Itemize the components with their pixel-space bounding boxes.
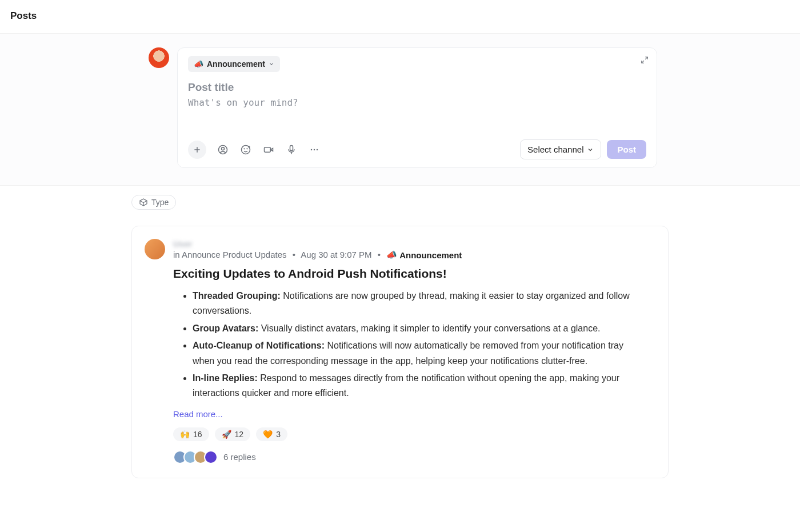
chevron-down-icon <box>269 61 274 67</box>
svg-point-3 <box>222 147 225 150</box>
replies-count: 6 replies <box>223 452 256 462</box>
replies-row[interactable]: 6 replies <box>173 450 642 464</box>
post-meta: in Announce Product Updates • Aug 30 at … <box>173 250 642 260</box>
select-channel-dropdown[interactable]: Select channel <box>520 139 601 159</box>
post-type-label: Announcement <box>207 59 265 69</box>
reply-avatars <box>173 450 218 464</box>
post-button[interactable]: Post <box>607 140 646 159</box>
page-header: Posts <box>0 0 800 34</box>
reactions-row: 🙌16🚀12🧡3 <box>173 427 642 441</box>
svg-point-13 <box>311 149 313 150</box>
select-channel-label: Select channel <box>527 145 583 154</box>
post-bullet: Threaded Grouping: Notifications are now… <box>193 289 642 319</box>
post-bullet: Group Avatars: Visually distinct avatars… <box>193 321 642 336</box>
type-filter-label: Type <box>151 198 169 207</box>
megaphone-icon: 📣 <box>386 250 397 260</box>
svg-point-15 <box>317 149 318 150</box>
svg-point-14 <box>314 149 315 150</box>
svg-rect-11 <box>290 145 293 150</box>
post-author-name: User <box>173 239 642 249</box>
post-card: User in Announce Product Updates • Aug 3… <box>131 226 669 478</box>
reply-avatar <box>204 450 218 464</box>
video-icon[interactable] <box>262 143 275 156</box>
post-bullet: In-line Replies: Respond to messages dir… <box>193 371 642 401</box>
reaction-pill[interactable]: 🙌16 <box>173 427 209 441</box>
post-content: Threaded Grouping: Notifications are now… <box>173 289 642 401</box>
expand-icon[interactable] <box>641 56 649 64</box>
page-title: Posts <box>10 10 37 21</box>
reaction-pill[interactable]: 🚀12 <box>215 427 251 441</box>
post-channel-link[interactable]: Announce Product Updates <box>182 250 286 259</box>
composer-section: 📣 Announcement <box>0 34 800 186</box>
current-user-avatar <box>149 47 169 68</box>
post-type-chip[interactable]: 📣 Announcement <box>188 56 280 72</box>
read-more-link[interactable]: Read more... <box>173 409 223 419</box>
svg-point-6 <box>247 148 247 149</box>
type-filter-chip[interactable]: Type <box>131 195 176 210</box>
add-attachment-button[interactable] <box>188 141 206 159</box>
svg-rect-9 <box>265 147 271 151</box>
post-author-avatar <box>145 239 165 259</box>
reaction-pill[interactable]: 🧡3 <box>256 427 287 441</box>
post-bullet: Auto-Cleanup of Notifications: Notificat… <box>193 338 642 369</box>
filter-bar: Type <box>131 195 669 210</box>
more-icon[interactable] <box>308 143 321 156</box>
post-feed: User in Announce Product Updates • Aug 3… <box>131 226 669 478</box>
box-icon <box>139 198 148 207</box>
post-body-input[interactable] <box>188 97 646 127</box>
post-title: Exciting Updates to Android Push Notific… <box>173 267 642 281</box>
microphone-icon[interactable] <box>285 143 298 156</box>
svg-point-5 <box>244 148 245 149</box>
post-composer: 📣 Announcement <box>177 47 657 168</box>
post-tag: 📣 Announcement <box>386 250 462 260</box>
chevron-down-icon <box>587 146 594 153</box>
emoji-icon[interactable] <box>239 143 252 156</box>
post-timestamp: Aug 30 at 9:07 PM <box>301 250 371 259</box>
mention-icon[interactable] <box>217 143 229 156</box>
post-title-input[interactable] <box>188 81 646 94</box>
megaphone-icon: 📣 <box>194 59 203 69</box>
